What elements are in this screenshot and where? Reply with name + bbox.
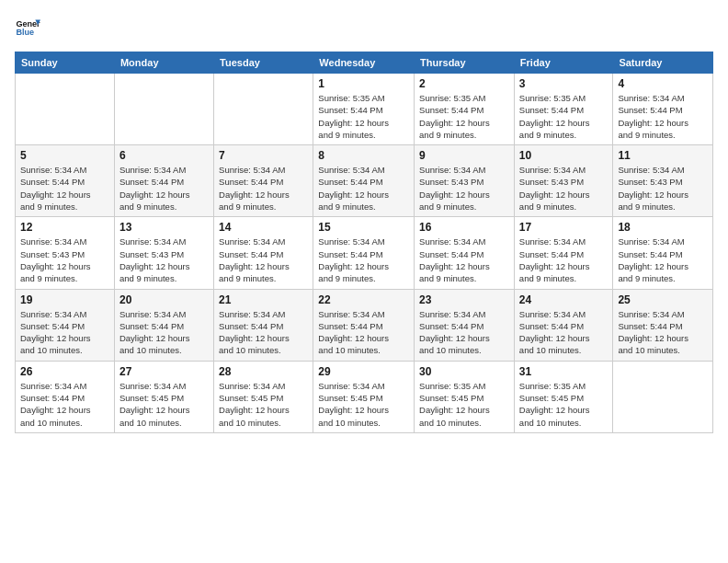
day-number: 7 xyxy=(219,149,308,162)
day-info: Sunrise: 5:34 AM Sunset: 5:44 PM Dayligh… xyxy=(20,380,109,429)
weekday-header-monday: Monday xyxy=(114,52,213,74)
weekday-header-wednesday: Wednesday xyxy=(313,52,415,74)
day-number: 16 xyxy=(419,221,509,234)
day-info: Sunrise: 5:34 AM Sunset: 5:44 PM Dayligh… xyxy=(219,308,308,357)
day-info: Sunrise: 5:34 AM Sunset: 5:43 PM Dayligh… xyxy=(618,164,708,213)
day-number: 23 xyxy=(419,293,509,306)
calendar-cell: 15Sunrise: 5:34 AM Sunset: 5:44 PM Dayli… xyxy=(313,217,415,289)
calendar-cell: 28Sunrise: 5:34 AM Sunset: 5:45 PM Dayli… xyxy=(214,361,313,432)
calendar-table: SundayMondayTuesdayWednesdayThursdayFrid… xyxy=(15,52,713,433)
logo: General Blue xyxy=(15,15,44,40)
day-info: Sunrise: 5:34 AM Sunset: 5:45 PM Dayligh… xyxy=(318,380,409,429)
calendar-week-row: 26Sunrise: 5:34 AM Sunset: 5:44 PM Dayli… xyxy=(16,361,713,432)
calendar-cell: 1Sunrise: 5:35 AM Sunset: 5:44 PM Daylig… xyxy=(313,74,415,145)
day-number: 3 xyxy=(519,77,609,90)
calendar-cell: 27Sunrise: 5:34 AM Sunset: 5:45 PM Dayli… xyxy=(114,361,213,432)
calendar-cell: 10Sunrise: 5:34 AM Sunset: 5:43 PM Dayli… xyxy=(514,145,613,217)
day-info: Sunrise: 5:34 AM Sunset: 5:44 PM Dayligh… xyxy=(318,164,409,213)
calendar-cell: 19Sunrise: 5:34 AM Sunset: 5:44 PM Dayli… xyxy=(16,289,115,361)
day-info: Sunrise: 5:35 AM Sunset: 5:44 PM Dayligh… xyxy=(519,92,609,141)
weekday-header-thursday: Thursday xyxy=(415,52,515,74)
day-number: 17 xyxy=(519,221,609,234)
calendar-cell: 8Sunrise: 5:34 AM Sunset: 5:44 PM Daylig… xyxy=(313,145,415,217)
calendar-cell: 26Sunrise: 5:34 AM Sunset: 5:44 PM Dayli… xyxy=(16,361,115,432)
day-number: 6 xyxy=(119,149,209,162)
day-number: 5 xyxy=(20,149,109,162)
calendar-cell: 25Sunrise: 5:34 AM Sunset: 5:44 PM Dayli… xyxy=(613,289,713,361)
weekday-header-tuesday: Tuesday xyxy=(214,52,313,74)
day-number: 9 xyxy=(419,149,509,162)
day-number: 20 xyxy=(119,293,209,306)
day-number: 22 xyxy=(318,293,409,306)
calendar-cell: 24Sunrise: 5:34 AM Sunset: 5:44 PM Dayli… xyxy=(514,289,613,361)
day-number: 12 xyxy=(20,221,109,234)
calendar-cell: 6Sunrise: 5:34 AM Sunset: 5:44 PM Daylig… xyxy=(114,145,213,217)
day-number: 31 xyxy=(519,365,609,378)
calendar-cell xyxy=(613,361,713,432)
day-info: Sunrise: 5:34 AM Sunset: 5:44 PM Dayligh… xyxy=(618,308,708,357)
day-number: 13 xyxy=(119,221,209,234)
calendar-cell xyxy=(16,74,115,145)
day-info: Sunrise: 5:34 AM Sunset: 5:44 PM Dayligh… xyxy=(618,236,708,284)
calendar-cell: 21Sunrise: 5:34 AM Sunset: 5:44 PM Dayli… xyxy=(214,289,313,361)
day-info: Sunrise: 5:35 AM Sunset: 5:45 PM Dayligh… xyxy=(519,380,609,429)
calendar-cell: 7Sunrise: 5:34 AM Sunset: 5:44 PM Daylig… xyxy=(214,145,313,217)
calendar-week-row: 1Sunrise: 5:35 AM Sunset: 5:44 PM Daylig… xyxy=(16,74,713,145)
day-info: Sunrise: 5:34 AM Sunset: 5:44 PM Dayligh… xyxy=(419,236,509,284)
day-info: Sunrise: 5:34 AM Sunset: 5:43 PM Dayligh… xyxy=(419,164,509,213)
day-info: Sunrise: 5:34 AM Sunset: 5:43 PM Dayligh… xyxy=(119,236,209,284)
weekday-header-saturday: Saturday xyxy=(613,52,713,74)
header: General Blue xyxy=(15,15,713,40)
day-info: Sunrise: 5:34 AM Sunset: 5:44 PM Dayligh… xyxy=(219,164,308,213)
day-number: 14 xyxy=(219,221,308,234)
calendar-cell: 14Sunrise: 5:34 AM Sunset: 5:44 PM Dayli… xyxy=(214,217,313,289)
logo-icon: General Blue xyxy=(15,15,40,40)
calendar-cell: 30Sunrise: 5:35 AM Sunset: 5:45 PM Dayli… xyxy=(415,361,515,432)
weekday-header-friday: Friday xyxy=(514,52,613,74)
calendar-week-row: 19Sunrise: 5:34 AM Sunset: 5:44 PM Dayli… xyxy=(16,289,713,361)
day-info: Sunrise: 5:34 AM Sunset: 5:43 PM Dayligh… xyxy=(20,236,109,284)
calendar-cell xyxy=(114,74,213,145)
day-info: Sunrise: 5:34 AM Sunset: 5:44 PM Dayligh… xyxy=(318,308,409,357)
day-info: Sunrise: 5:34 AM Sunset: 5:43 PM Dayligh… xyxy=(519,164,609,213)
calendar-cell: 5Sunrise: 5:34 AM Sunset: 5:44 PM Daylig… xyxy=(16,145,115,217)
day-info: Sunrise: 5:34 AM Sunset: 5:44 PM Dayligh… xyxy=(219,236,308,284)
day-info: Sunrise: 5:34 AM Sunset: 5:44 PM Dayligh… xyxy=(20,164,109,213)
calendar-cell xyxy=(214,74,313,145)
calendar-cell: 22Sunrise: 5:34 AM Sunset: 5:44 PM Dayli… xyxy=(313,289,415,361)
calendar-week-row: 5Sunrise: 5:34 AM Sunset: 5:44 PM Daylig… xyxy=(16,145,713,217)
day-info: Sunrise: 5:34 AM Sunset: 5:45 PM Dayligh… xyxy=(219,380,308,429)
day-info: Sunrise: 5:34 AM Sunset: 5:44 PM Dayligh… xyxy=(20,308,109,357)
day-number: 24 xyxy=(519,293,609,306)
calendar-cell: 9Sunrise: 5:34 AM Sunset: 5:43 PM Daylig… xyxy=(415,145,515,217)
day-info: Sunrise: 5:34 AM Sunset: 5:44 PM Dayligh… xyxy=(519,308,609,357)
day-info: Sunrise: 5:34 AM Sunset: 5:44 PM Dayligh… xyxy=(119,308,209,357)
calendar-week-row: 12Sunrise: 5:34 AM Sunset: 5:43 PM Dayli… xyxy=(16,217,713,289)
day-number: 19 xyxy=(20,293,109,306)
day-number: 1 xyxy=(318,77,409,90)
day-number: 27 xyxy=(119,365,209,378)
weekday-header-sunday: Sunday xyxy=(16,52,115,74)
day-number: 2 xyxy=(419,77,509,90)
calendar-cell: 29Sunrise: 5:34 AM Sunset: 5:45 PM Dayli… xyxy=(313,361,415,432)
day-info: Sunrise: 5:34 AM Sunset: 5:44 PM Dayligh… xyxy=(119,164,209,213)
calendar-cell: 12Sunrise: 5:34 AM Sunset: 5:43 PM Dayli… xyxy=(16,217,115,289)
day-info: Sunrise: 5:34 AM Sunset: 5:44 PM Dayligh… xyxy=(318,236,409,284)
page: General Blue SundayMondayTuesdayWednesda… xyxy=(0,0,728,563)
calendar-cell: 4Sunrise: 5:34 AM Sunset: 5:44 PM Daylig… xyxy=(613,74,713,145)
calendar-cell: 11Sunrise: 5:34 AM Sunset: 5:43 PM Dayli… xyxy=(613,145,713,217)
day-info: Sunrise: 5:34 AM Sunset: 5:44 PM Dayligh… xyxy=(419,308,509,357)
day-number: 26 xyxy=(20,365,109,378)
day-info: Sunrise: 5:34 AM Sunset: 5:44 PM Dayligh… xyxy=(618,92,708,141)
day-number: 29 xyxy=(318,365,409,378)
day-number: 15 xyxy=(318,221,409,234)
day-number: 18 xyxy=(618,221,708,234)
calendar-cell: 3Sunrise: 5:35 AM Sunset: 5:44 PM Daylig… xyxy=(514,74,613,145)
calendar-cell: 17Sunrise: 5:34 AM Sunset: 5:44 PM Dayli… xyxy=(514,217,613,289)
day-info: Sunrise: 5:35 AM Sunset: 5:44 PM Dayligh… xyxy=(419,92,509,141)
day-info: Sunrise: 5:34 AM Sunset: 5:45 PM Dayligh… xyxy=(119,380,209,429)
svg-text:Blue: Blue xyxy=(16,28,34,37)
day-number: 28 xyxy=(219,365,308,378)
weekday-header-row: SundayMondayTuesdayWednesdayThursdayFrid… xyxy=(16,52,713,74)
calendar-cell: 20Sunrise: 5:34 AM Sunset: 5:44 PM Dayli… xyxy=(114,289,213,361)
